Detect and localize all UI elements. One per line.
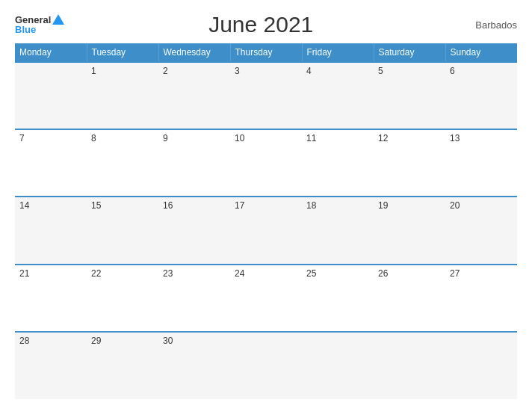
logo-blue: Blue <box>15 25 64 34</box>
day-number: 9 <box>163 133 168 143</box>
calendar-table: Monday Tuesday Wednesday Thursday Friday… <box>15 43 517 399</box>
calendar-week-row: 21222324252627 <box>15 265 517 332</box>
calendar-day-cell: 3 <box>230 62 302 129</box>
day-number: 13 <box>450 133 460 143</box>
calendar-day-cell: 11 <box>302 129 374 197</box>
col-monday: Monday <box>15 43 87 62</box>
calendar-day-cell <box>374 332 445 399</box>
calendar-day-cell: 13 <box>445 129 517 197</box>
calendar-day-cell: 2 <box>158 62 230 129</box>
calendar-day-cell: 26 <box>374 265 445 332</box>
day-number: 3 <box>235 66 240 76</box>
calendar-day-cell <box>302 332 374 399</box>
calendar-day-cell: 5 <box>374 62 445 129</box>
day-number: 22 <box>91 268 101 279</box>
calendar-day-cell: 24 <box>230 265 302 332</box>
day-number: 24 <box>235 268 244 279</box>
day-number: 16 <box>163 200 173 211</box>
day-number: 5 <box>378 66 383 76</box>
calendar-day-cell: 20 <box>445 197 517 264</box>
day-number: 20 <box>450 200 460 211</box>
calendar-day-cell <box>230 332 302 399</box>
calendar-day-cell: 19 <box>374 197 445 264</box>
page-title: June 2021 <box>64 12 457 37</box>
day-number: 6 <box>450 66 455 76</box>
calendar-day-cell: 4 <box>302 62 374 129</box>
calendar-day-cell: 23 <box>158 265 230 332</box>
calendar-day-cell: 10 <box>230 129 302 197</box>
col-thursday: Thursday <box>230 43 302 62</box>
day-number: 11 <box>306 133 316 143</box>
calendar-day-cell: 1 <box>87 62 158 129</box>
calendar-day-cell: 21 <box>15 265 87 332</box>
calendar-day-cell: 22 <box>87 265 158 332</box>
day-number: 10 <box>235 133 244 143</box>
calendar-day-cell: 7 <box>15 129 87 197</box>
day-number: 25 <box>306 268 316 279</box>
day-number: 18 <box>306 200 316 211</box>
page-header: General Blue June 2021 Barbados <box>15 12 517 37</box>
logo: General Blue <box>15 15 64 34</box>
calendar-day-cell: 16 <box>158 197 230 264</box>
calendar-week-row: 282930 <box>15 332 517 399</box>
calendar-day-cell: 8 <box>87 129 158 197</box>
day-number: 19 <box>378 200 388 211</box>
day-number: 12 <box>378 133 388 143</box>
calendar-day-cell: 28 <box>15 332 87 399</box>
calendar-day-cell: 25 <box>302 265 374 332</box>
day-number: 15 <box>91 200 101 211</box>
calendar-day-cell: 14 <box>15 197 87 264</box>
day-number: 26 <box>378 268 388 279</box>
logo-triangle-icon <box>52 14 64 25</box>
region-label: Barbados <box>457 19 517 31</box>
calendar-header-row: Monday Tuesday Wednesday Thursday Friday… <box>15 43 517 62</box>
calendar-day-cell <box>15 62 87 129</box>
calendar-day-cell: 29 <box>87 332 158 399</box>
calendar-day-cell: 27 <box>445 265 517 332</box>
col-sunday: Sunday <box>445 43 517 62</box>
col-tuesday: Tuesday <box>87 43 158 62</box>
day-number: 29 <box>91 336 101 346</box>
calendar-week-row: 78910111213 <box>15 129 517 197</box>
calendar-day-cell: 6 <box>445 62 517 129</box>
day-number: 28 <box>19 336 29 346</box>
col-saturday: Saturday <box>374 43 445 62</box>
calendar-day-cell: 18 <box>302 197 374 264</box>
day-number: 21 <box>19 268 29 279</box>
calendar-day-cell: 15 <box>87 197 158 264</box>
day-number: 23 <box>163 268 173 279</box>
calendar-week-row: 14151617181920 <box>15 197 517 264</box>
day-number: 8 <box>91 133 96 143</box>
day-number: 27 <box>450 268 460 279</box>
day-number: 1 <box>91 66 96 76</box>
calendar-week-row: 123456 <box>15 62 517 129</box>
col-friday: Friday <box>302 43 374 62</box>
day-number: 14 <box>19 200 29 211</box>
day-number: 2 <box>163 66 168 76</box>
calendar-day-cell: 17 <box>230 197 302 264</box>
calendar-day-cell: 30 <box>158 332 230 399</box>
day-number: 7 <box>19 133 25 143</box>
calendar-day-cell: 9 <box>158 129 230 197</box>
col-wednesday: Wednesday <box>158 43 230 62</box>
calendar-day-cell: 12 <box>374 129 445 197</box>
calendar-day-cell <box>445 332 517 399</box>
day-number: 30 <box>163 336 173 346</box>
day-number: 4 <box>306 66 312 76</box>
day-number: 17 <box>235 200 244 211</box>
